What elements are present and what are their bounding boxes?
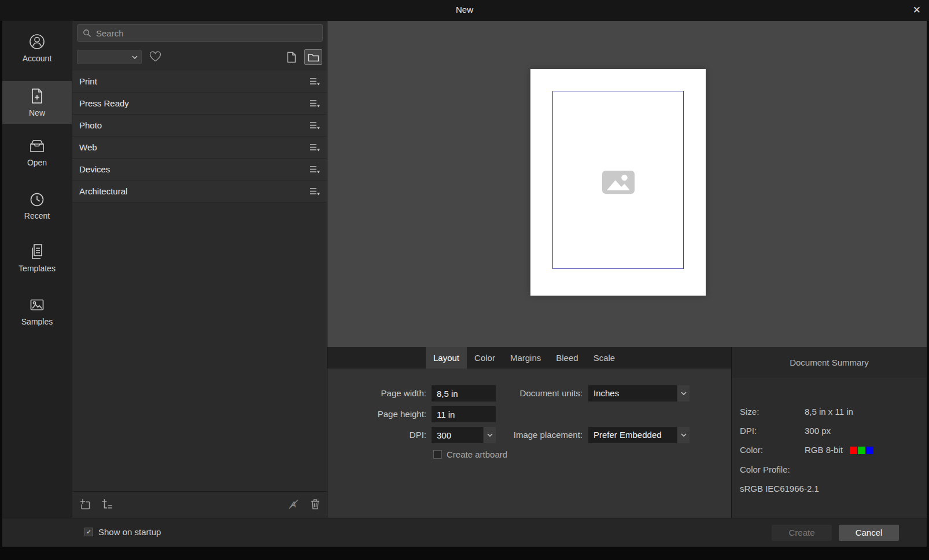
tab-bleed[interactable]: Bleed	[548, 347, 585, 369]
summary-dpi-label: DPI:	[740, 426, 805, 436]
search-box	[77, 24, 323, 42]
category-menu-icon[interactable]	[309, 187, 320, 196]
folder-view-toggle[interactable]	[304, 49, 322, 65]
category-menu-icon[interactable]	[309, 78, 320, 86]
favorites-toggle[interactable]	[149, 51, 163, 64]
show-on-startup: ✓ Show on startup	[84, 527, 161, 537]
sidebar-item-label: Recent	[24, 211, 50, 220]
settings-tabs: Layout Color Margins Bleed Scale	[327, 347, 731, 369]
category-row-press-ready[interactable]: Press Ready	[72, 93, 327, 115]
show-on-startup-checkbox[interactable]: ✓	[84, 528, 93, 536]
document-units-value: Inches	[593, 388, 619, 398]
account-icon	[28, 33, 46, 50]
document-units-label: Document units:	[478, 385, 583, 401]
preset-controls-row	[72, 49, 327, 66]
image-placement-value: Prefer Embedded	[593, 430, 662, 440]
sidebar-item-recent[interactable]: Recent	[2, 187, 72, 223]
samples-icon	[28, 296, 46, 314]
recent-icon	[28, 190, 46, 208]
category-row-architectural[interactable]: Architectural	[72, 180, 327, 202]
category-label: Print	[79, 76, 309, 86]
summary-profile-value: sRGB IEC61966-2.1	[740, 484, 819, 494]
category-filter-select[interactable]	[77, 50, 142, 64]
cancel-button[interactable]: Cancel	[839, 525, 899, 541]
sidebar-item-templates[interactable]: Templates	[2, 240, 72, 276]
category-list: Print Press Ready Photo	[72, 71, 327, 202]
summary-size-value: 8,5 in x 11 in	[805, 407, 853, 417]
rgb-swatches	[850, 447, 873, 454]
summary-color-value: RGB 8-bit	[805, 445, 843, 455]
preset-toolbar: A	[72, 491, 327, 518]
category-menu-icon[interactable]	[309, 143, 320, 152]
image-placement-label: Image placement:	[478, 427, 583, 443]
document-view-toggle[interactable]	[285, 50, 298, 64]
delete-preset-button[interactable]	[310, 499, 320, 510]
category-row-photo[interactable]: Photo	[72, 115, 327, 137]
document-units-select[interactable]: Inches	[588, 385, 690, 401]
search-icon	[83, 29, 91, 38]
dialog-content: Account New	[2, 21, 927, 547]
sidebar-item-label: New	[29, 108, 45, 117]
templates-icon	[28, 243, 46, 260]
category-label: Press Ready	[79, 98, 309, 108]
category-menu-icon[interactable]	[309, 121, 320, 130]
svg-text:A: A	[290, 499, 296, 509]
image-placement-select[interactable]: Prefer Embedded	[588, 427, 690, 443]
dpi-input[interactable]	[432, 427, 483, 443]
sidebar-item-new[interactable]: New	[2, 81, 72, 124]
blue-swatch	[866, 447, 873, 454]
sidebar-item-label: Open	[27, 158, 47, 167]
dialog-title: New	[0, 5, 929, 14]
sidebar-item-label: Account	[23, 54, 52, 63]
page-height-input[interactable]	[432, 406, 496, 422]
create-button[interactable]: Create	[772, 525, 832, 541]
green-swatch	[858, 447, 865, 454]
summary-dpi-value: 300 px	[805, 426, 831, 436]
file-icon	[287, 51, 296, 63]
tab-margins[interactable]: Margins	[503, 347, 548, 369]
page-width-label: Page width:	[327, 385, 426, 401]
page-height-label: Page height:	[327, 406, 426, 422]
category-row-web[interactable]: Web	[72, 137, 327, 159]
dialog-footer: ✓ Show on startup Create Cancel	[2, 518, 927, 547]
category-label: Architectural	[79, 186, 309, 196]
category-menu-icon[interactable]	[309, 165, 320, 174]
chevron-down-icon	[677, 385, 690, 401]
new-category-button[interactable]	[102, 499, 113, 510]
red-swatch	[850, 447, 857, 454]
search-input[interactable]	[96, 28, 317, 38]
heart-icon	[149, 51, 161, 62]
page-preview	[530, 69, 706, 296]
summary-profile-label: Color Profile:	[740, 465, 790, 475]
close-icon[interactable]: ✕	[913, 4, 921, 16]
page-margin-guide	[552, 91, 684, 269]
category-row-print[interactable]: Print	[72, 71, 327, 93]
sidebar-item-open[interactable]: Open	[2, 134, 72, 170]
dpi-label: DPI:	[327, 427, 426, 443]
chevron-down-icon	[677, 427, 690, 443]
layout-form: Page width: Document units: Inches Page …	[327, 369, 731, 518]
open-icon	[28, 137, 46, 154]
folder-icon	[308, 53, 319, 62]
sidebar-item-samples[interactable]: Samples	[2, 293, 72, 329]
new-preset-button[interactable]	[80, 499, 91, 510]
category-label: Devices	[79, 164, 309, 174]
summary-size-label: Size:	[740, 407, 805, 417]
create-artboard-checkbox[interactable]	[433, 450, 442, 459]
sidebar: Account New	[2, 21, 72, 518]
document-summary-panel: Document Summary Size: 8,5 in x 11 in DP…	[731, 347, 927, 518]
sidebar-item-label: Templates	[19, 264, 56, 273]
preview-area	[327, 21, 927, 347]
category-label: Photo	[79, 120, 309, 130]
tab-layout[interactable]: Layout	[426, 347, 467, 369]
category-label: Web	[79, 142, 309, 152]
summary-color-label: Color:	[740, 445, 805, 455]
tab-color[interactable]: Color	[467, 347, 503, 369]
chevron-down-icon	[132, 56, 138, 59]
create-artboard-label: Create artboard	[447, 450, 507, 459]
rename-preset-button[interactable]: A	[289, 499, 299, 510]
tab-scale[interactable]: Scale	[586, 347, 623, 369]
category-row-devices[interactable]: Devices	[72, 159, 327, 180]
category-menu-icon[interactable]	[309, 100, 320, 108]
sidebar-item-account[interactable]: Account	[2, 30, 72, 66]
